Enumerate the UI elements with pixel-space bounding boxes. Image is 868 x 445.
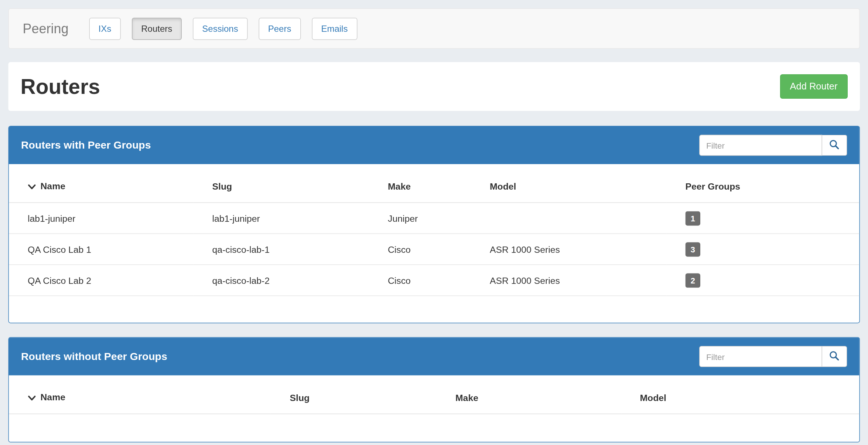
column-header-make[interactable]: Make	[437, 376, 621, 414]
nav-routers-button[interactable]: Routers	[132, 17, 182, 40]
column-header-peer-groups[interactable]: Peer Groups	[667, 164, 859, 203]
column-header-label: Name	[41, 181, 65, 191]
table-row: QA Cisco Lab 2 qa-cisco-lab-2 Cisco ASR …	[9, 265, 859, 296]
page: Peering IXs Routers Sessions Peers Email…	[0, 0, 868, 445]
column-header-slug[interactable]: Slug	[194, 164, 369, 203]
page-title: Routers	[21, 75, 100, 99]
routers-without-peer-groups-table: Name Slug Make Model	[9, 376, 859, 414]
filter-group	[699, 346, 847, 367]
column-header-name[interactable]: Name	[9, 376, 271, 414]
column-header-model[interactable]: Model	[621, 376, 859, 414]
cell-name: QA Cisco Lab 1	[9, 234, 194, 265]
add-router-button[interactable]: Add Router	[780, 74, 847, 99]
cell-name: QA Cisco Lab 2	[9, 265, 194, 296]
panel-heading: Routers with Peer Groups	[9, 126, 859, 164]
column-header-label: Name	[41, 392, 65, 402]
table-header-row: Name Slug Make Model Peer Groups	[9, 164, 859, 203]
search-button[interactable]	[822, 135, 847, 156]
nav-ixs-button[interactable]: IXs	[89, 17, 121, 40]
filter-input[interactable]	[699, 135, 822, 156]
column-header-make[interactable]: Make	[369, 164, 471, 203]
nav-emails-button[interactable]: Emails	[312, 17, 357, 40]
cell-model	[471, 203, 667, 234]
peer-groups-badge: 2	[686, 274, 701, 288]
search-button[interactable]	[822, 346, 847, 367]
panel-body-spacer	[9, 296, 859, 323]
top-navbar: Peering IXs Routers Sessions Peers Email…	[8, 9, 860, 49]
brand-peering: Peering	[23, 21, 69, 36]
cell-make: Juniper	[369, 203, 471, 234]
magnifier-icon	[829, 350, 840, 363]
column-header-slug[interactable]: Slug	[271, 376, 437, 414]
page-header-panel: Routers Add Router	[8, 62, 860, 111]
routers-with-peer-groups-table: Name Slug Make Model Peer Groups lab1-ju…	[9, 164, 859, 296]
cell-peer-groups: 2	[667, 265, 859, 296]
peer-groups-badge: 1	[686, 211, 701, 226]
routers-with-peer-groups-panel: Routers with Peer Groups	[8, 126, 860, 323]
cell-peer-groups: 1	[667, 203, 859, 234]
cell-slug: qa-cisco-lab-2	[194, 265, 369, 296]
nav-sessions-button[interactable]: Sessions	[193, 17, 247, 40]
column-header-model[interactable]: Model	[471, 164, 667, 203]
cell-make: Cisco	[369, 234, 471, 265]
cell-make: Cisco	[369, 265, 471, 296]
filter-group	[699, 135, 847, 156]
empty-table-body	[9, 414, 859, 442]
chevron-down-icon	[28, 393, 36, 403]
peer-groups-badge: 3	[686, 242, 701, 257]
table-row: QA Cisco Lab 1 qa-cisco-lab-1 Cisco ASR …	[9, 234, 859, 265]
routers-without-peer-groups-panel: Routers without Peer Groups	[8, 337, 860, 442]
panel-title: Routers with Peer Groups	[21, 139, 151, 152]
cell-name: lab1-juniper	[9, 203, 194, 234]
chevron-down-icon	[28, 181, 36, 192]
panel-heading: Routers without Peer Groups	[9, 338, 859, 376]
cell-peer-groups: 3	[667, 234, 859, 265]
page-container: Peering IXs Routers Sessions Peers Email…	[0, 0, 868, 445]
table-header-row: Name Slug Make Model	[9, 376, 859, 414]
filter-input[interactable]	[699, 346, 822, 367]
cell-model: ASR 1000 Series	[471, 265, 667, 296]
cell-slug: lab1-juniper	[194, 203, 369, 234]
panel-title: Routers without Peer Groups	[21, 350, 167, 363]
cell-slug: qa-cisco-lab-1	[194, 234, 369, 265]
nav-buttons: IXs Routers Sessions Peers Emails	[89, 17, 357, 40]
magnifier-icon	[829, 139, 840, 152]
nav-peers-button[interactable]: Peers	[259, 17, 301, 40]
table-row: lab1-juniper lab1-juniper Juniper 1	[9, 203, 859, 234]
column-header-name[interactable]: Name	[9, 164, 194, 203]
cell-model: ASR 1000 Series	[471, 234, 667, 265]
